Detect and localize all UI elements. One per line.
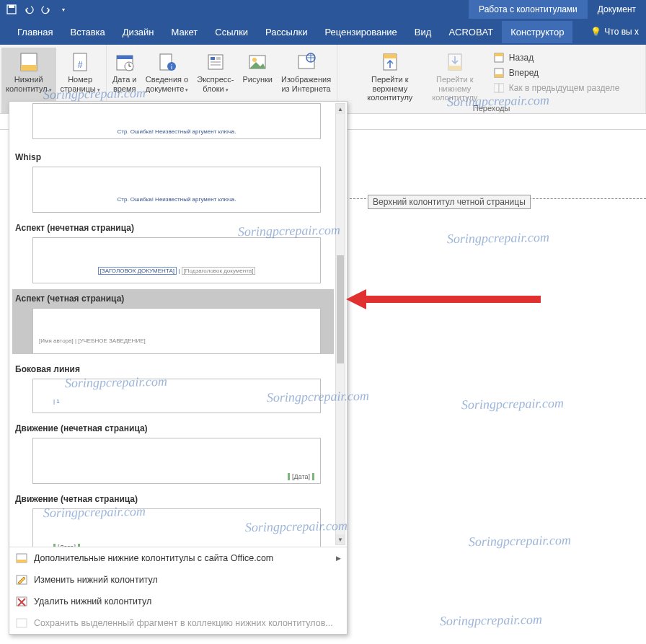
redo-icon[interactable] (40, 4, 52, 15)
footer-label-2: колонтитул (6, 84, 48, 93)
goto-header-button[interactable]: Перейти к верхнемуколонтитулу (358, 48, 422, 102)
document-title: Документ (588, 0, 646, 19)
nav-back-label: Назад (509, 53, 534, 63)
svg-rect-17 (211, 61, 221, 63)
preview-text: Стр. Ошибка! Неизвестный аргумент ключа. (118, 128, 236, 135)
chevron-down-icon: ▾ (224, 87, 229, 92)
svg-rect-15 (211, 57, 215, 60)
save-icon[interactable] (6, 4, 17, 15)
link-icon (493, 82, 505, 94)
gallery-item-whisp[interactable]: Стр. Ошибка! Неизвестный аргумент ключа.… (12, 103, 334, 213)
docinfo-label-2: документе (146, 84, 185, 93)
edit-footer-label: Изменить нижний колонтитул (34, 575, 158, 585)
gallery-item-title: Движение (четная страница) (12, 490, 334, 507)
preview-author: [Имя автора] (39, 338, 74, 344)
svg-rect-37 (17, 560, 27, 563)
save-selection-icon (15, 617, 28, 630)
qat-dropdown-icon[interactable]: ▾ (58, 4, 69, 15)
svg-rect-30 (495, 53, 503, 56)
gallery-item-title: Whisp (12, 145, 334, 165)
gallery-preview: [ЗАГОЛОВОК ДОКУМЕНТА] | [Подзаголовок до… (32, 237, 321, 283)
svg-text:#: # (78, 60, 83, 70)
gotoheader-label-2: колонтитулу (367, 93, 412, 102)
header-section-label: Верхний колонтитул четной страницы (368, 195, 531, 209)
link-previous-button: Как в предыдущем разделе (493, 82, 620, 94)
tab-design[interactable]: Дизайн (114, 21, 163, 43)
gallery-item-aspect-odd[interactable]: Аспект (нечетная страница) [ЗАГОЛОВОК ДО… (12, 219, 334, 283)
preview-page: 1 (56, 398, 59, 405)
scroll-thumb[interactable] (337, 255, 344, 363)
tab-mailings[interactable]: Рассылки (257, 21, 316, 43)
gotofooter-label-1: Перейти к нижнему (436, 75, 473, 93)
scroll-down-icon[interactable]: ▼ (336, 534, 345, 544)
gallery-scrollbar[interactable]: ▲ ▼ (335, 103, 345, 545)
doc-info-icon: i (155, 50, 178, 74)
svg-rect-7 (117, 56, 133, 59)
svg-rect-3 (21, 65, 37, 71)
link-previous-label: Как в предыдущем разделе (509, 83, 620, 93)
svg-rect-33 (494, 84, 499, 92)
quick-access-toolbar: ▾ (0, 4, 69, 15)
office-icon (15, 552, 28, 565)
preview-doc-title: [ЗАГОЛОВОК ДОКУМЕНТА] (98, 267, 177, 275)
gallery-item-motion-odd[interactable]: Движение (нечетная страница) [Дата] (12, 419, 334, 484)
group-navigation: Перейти к верхнемуколонтитулу Перейти к … (337, 45, 646, 113)
pictures-label: Рисунки (242, 75, 273, 84)
preview-institution: [УЧЕБНОЕ ЗАВЕДЕНИЕ] (78, 338, 145, 344)
forward-icon (493, 67, 505, 79)
onlinepic-label-1: Изображения (281, 75, 331, 84)
chevron-right-icon: ▶ (336, 555, 341, 562)
svg-rect-42 (17, 619, 27, 627)
gotoheader-label-1: Перейти к верхнему (371, 75, 408, 93)
pagenum-label-2: страницы (61, 84, 96, 93)
remove-footer-button[interactable]: Удалить нижний колонтитул (9, 591, 347, 612)
datetime-label-1: Дата и (112, 75, 137, 84)
lightbulb-icon: 💡 (590, 27, 601, 37)
gallery-item-motion-even[interactable]: Движение (четная страница) [Дата] (12, 490, 334, 547)
gallery-preview: Стр. Ошибка! Неизвестный аргумент ключа. (32, 103, 321, 139)
tab-layout[interactable]: Макет (163, 21, 207, 43)
footer-label-1: Нижний (14, 75, 43, 84)
preview-subtitle: [Подзаголовок документа] (182, 267, 256, 275)
undo-icon[interactable] (23, 4, 35, 15)
nav-links: Назад Вперед Как в предыдущем разделе (487, 48, 626, 102)
chevron-down-icon: ▾ (96, 87, 100, 92)
tab-constructor[interactable]: Конструктор (502, 21, 572, 43)
svg-rect-18 (211, 64, 221, 66)
scroll-up-icon[interactable]: ▲ (336, 104, 345, 114)
tell-me[interactable]: 💡 Что вы х (583, 27, 646, 37)
gallery-preview: [Дата] (32, 508, 321, 547)
nav-back-button[interactable]: Назад (493, 52, 620, 63)
chevron-down-icon: ▾ (184, 87, 188, 92)
gallery-preview: Стр. Ошибка! Неизвестный аргумент ключа. (32, 167, 321, 213)
tab-view[interactable]: Вид (406, 21, 441, 43)
datetime-label-2: время (113, 84, 136, 93)
gallery-item-aspect-even[interactable]: Аспект (четная страница) [Имя автора] | … (12, 289, 334, 354)
gallery-item-sideline[interactable]: Боковая линия | 1 (12, 360, 334, 413)
gallery-item-title: Аспект (нечетная страница) (12, 219, 334, 236)
goto-footer-button: Перейти к нижнемуколонтитулу (422, 48, 487, 102)
gallery-item-title: Движение (нечетная страница) (12, 419, 334, 436)
svg-rect-32 (495, 74, 503, 77)
nav-forward-button[interactable]: Вперед (493, 67, 620, 79)
gallery-scroll-area[interactable]: Стр. Ошибка! Неизвестный аргумент ключа.… (9, 102, 347, 547)
goto-header-icon (379, 50, 402, 74)
tab-review[interactable]: Рецензирование (316, 21, 405, 43)
more-footers-office-button[interactable]: Дополнительные нижние колонтитулы с сайт… (9, 547, 347, 569)
svg-point-20 (252, 58, 257, 62)
online-picture-icon (295, 50, 318, 74)
save-selection-button: Сохранить выделенный фрагмент в коллекци… (9, 612, 347, 634)
group-label-transitions: Переходы (339, 102, 644, 115)
ribbon-tabs: Главная Вставка Дизайн Макет Ссылки Расс… (0, 19, 646, 45)
tab-references[interactable]: Ссылки (206, 21, 257, 43)
nav-forward-label: Вперед (509, 68, 539, 78)
preview-text: Стр. Ошибка! Неизвестный аргумент ключа. (118, 196, 236, 203)
tell-me-label: Что вы х (604, 27, 639, 37)
tab-home[interactable]: Главная (9, 21, 61, 43)
edit-footer-button[interactable]: Изменить нижний колонтитул (9, 569, 347, 591)
gallery-item-title: Аспект (четная страница) (12, 289, 334, 306)
contextual-tab-header-footer[interactable]: Работа с колонтитулами (469, 0, 588, 19)
chevron-down-icon: ▾ (48, 87, 52, 92)
tab-insert[interactable]: Вставка (61, 21, 113, 43)
tab-acrobat[interactable]: ACROBAT (440, 21, 502, 43)
